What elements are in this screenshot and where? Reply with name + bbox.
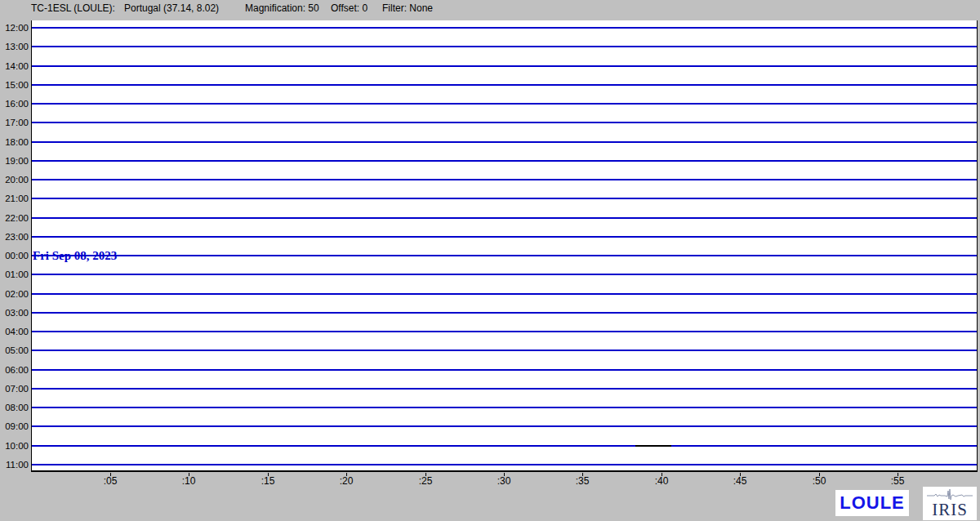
hour-label-21:00: 21:00	[0, 194, 29, 203]
trace-line-13:00	[32, 46, 977, 47]
hour-label-23:00: 23:00	[0, 232, 29, 242]
minute-label-:40: :40	[644, 476, 679, 487]
minute-label-:30: :30	[486, 476, 522, 487]
trace-line-18:00	[32, 141, 977, 143]
trace-line-10:00	[32, 445, 977, 447]
pen-gap-segment	[635, 445, 671, 447]
minute-label-:45: :45	[722, 476, 758, 487]
trace-line-03:00	[32, 312, 977, 314]
trace-line-09:00	[32, 425, 977, 427]
hour-label-02:00: 02:00	[0, 289, 29, 299]
trace-line-11:00	[32, 464, 977, 465]
minute-label-:25: :25	[408, 476, 443, 487]
hour-label-09:00: 09:00	[0, 421, 29, 431]
trace-line-19:00	[32, 160, 977, 162]
hour-label-07:00: 07:00	[0, 384, 29, 394]
trace-line-01:00	[32, 274, 977, 275]
trace-line-22:00	[32, 217, 977, 219]
station-logo-label: LOULE	[840, 494, 905, 512]
minute-label-:10: :10	[171, 476, 207, 487]
hour-label-01:00: 01:00	[0, 269, 29, 279]
trace-line-02:00	[32, 293, 977, 295]
trace-line-14:00	[32, 65, 977, 67]
location-label: Portugal (37.14, 8.02)	[124, 2, 219, 14]
station-logo: LOULE	[835, 490, 909, 516]
helicorder-window: { "window": { "background_color": "#c0c0…	[0, 0, 980, 521]
hour-label-19:00: 19:00	[0, 156, 29, 166]
trace-line-21:00	[32, 198, 977, 199]
trace-line-04:00	[32, 331, 977, 332]
minute-label-:50: :50	[801, 476, 837, 487]
hour-label-16:00: 16:00	[0, 99, 29, 109]
trace-line-08:00	[32, 407, 977, 408]
hour-label-08:00: 08:00	[0, 403, 29, 412]
hour-label-11:00: 11:00	[0, 460, 29, 470]
trace-line-12:00	[32, 27, 977, 29]
trace-line-17:00	[32, 122, 977, 123]
hour-label-03:00: 03:00	[0, 308, 29, 318]
hour-label-18:00: 18:00	[0, 137, 29, 147]
iris-logo-label: IRIS	[932, 501, 968, 519]
trace-line-15:00	[32, 84, 977, 86]
hour-label-14:00: 14:00	[0, 61, 29, 71]
station-label: TC-1ESL (LOULE):	[31, 2, 115, 14]
minute-label-:05: :05	[92, 476, 128, 487]
minute-label-:20: :20	[328, 476, 364, 487]
hour-label-13:00: 13:00	[0, 42, 29, 51]
minute-label-:35: :35	[564, 476, 600, 487]
hour-label-06:00: 06:00	[0, 365, 29, 375]
hour-label-22:00: 22:00	[0, 213, 29, 223]
hour-label-15:00: 15:00	[0, 80, 29, 90]
trace-line-20:00	[32, 179, 977, 180]
hour-label-04:00: 04:00	[0, 327, 29, 336]
trace-line-06:00	[32, 369, 977, 371]
minute-label-:55: :55	[880, 476, 915, 487]
offset-label: Offset: 0	[331, 2, 368, 14]
hour-label-05:00: 05:00	[0, 345, 29, 355]
trace-line-23:00	[32, 236, 977, 238]
trace-line-05:00	[32, 350, 977, 351]
hour-label-10:00: 10:00	[0, 441, 29, 451]
trace-line-16:00	[32, 103, 977, 105]
magnification-label: Magnification: 50	[245, 2, 319, 14]
filter-label: Filter: None	[382, 2, 433, 14]
hour-label-12:00: 12:00	[0, 23, 29, 33]
hour-label-17:00: 17:00	[0, 118, 29, 127]
helicorder-plot-area[interactable]: Fri Sep 08, 2023	[31, 20, 978, 472]
minute-label-:15: :15	[250, 476, 286, 487]
iris-logo: IRIS	[923, 487, 977, 520]
hour-label-00:00: 00:00	[0, 251, 29, 260]
hour-label-20:00: 20:00	[0, 175, 29, 185]
trace-line-07:00	[32, 388, 977, 390]
trace-line-00:00	[32, 255, 977, 256]
